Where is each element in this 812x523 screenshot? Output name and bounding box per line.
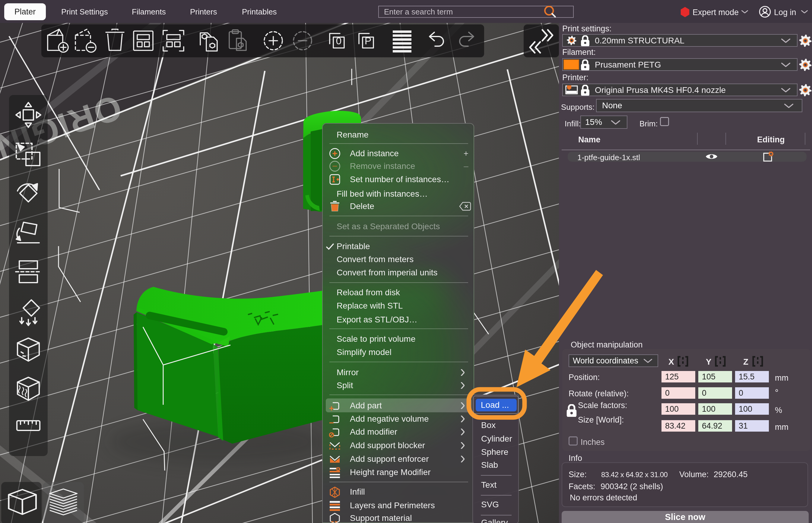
svg-text:P: P [365,35,372,47]
svg-text:0: 0 [336,35,342,47]
